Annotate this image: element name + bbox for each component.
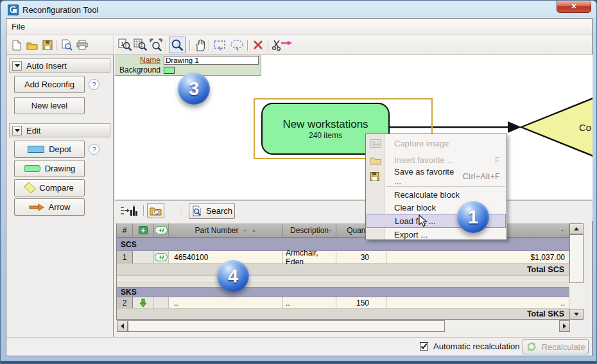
print-preview-icon[interactable]	[60, 38, 74, 52]
scroll-down-button[interactable]	[569, 309, 584, 320]
total-row-sks: Total SKS	[117, 309, 569, 320]
collapse-icon[interactable]	[12, 61, 22, 71]
cell-part-number[interactable]: ..	[169, 297, 283, 309]
section-title: Edit	[26, 126, 40, 135]
total-label: Total SCS	[117, 264, 569, 275]
background-color-swatch[interactable]	[164, 67, 175, 74]
table-vscrollbar[interactable]	[569, 223, 584, 320]
cell-quantity[interactable]: 150	[336, 297, 386, 309]
filter-dash[interactable]: -	[329, 226, 332, 235]
cut-move-icon[interactable]	[272, 38, 293, 52]
save-favorite-icon	[370, 171, 379, 181]
auto-recalc-label[interactable]: Automatic recalculation	[433, 342, 519, 351]
vscroll-thumb[interactable]	[569, 234, 584, 283]
cell-description[interactable]: ..	[283, 297, 336, 309]
search-icon	[191, 205, 202, 217]
row-add-cell[interactable]	[133, 297, 154, 309]
save-icon[interactable]	[40, 38, 55, 52]
table-row[interactable]: 1 +i 46540100 Armchair, Eden 30 $1,037.0…	[117, 251, 569, 264]
section-auto-insert[interactable]: Auto Insert	[9, 58, 110, 73]
menu-item-capture-image[interactable]: Capture image	[366, 134, 506, 152]
close-icon: ✕	[571, 2, 577, 11]
group-row-sks[interactable]: SKS	[117, 287, 569, 297]
help-icon[interactable]: ?	[89, 144, 100, 155]
menu-item-export[interactable]: Export ...	[366, 228, 506, 241]
recalculate-button[interactable]: Recalculate	[523, 339, 589, 354]
cell-description[interactable]: Armchair, Eden	[283, 251, 336, 264]
mouse-cursor	[419, 214, 428, 227]
drawing-button[interactable]: Drawing	[14, 160, 85, 177]
check-icon	[420, 343, 428, 350]
pan-hand-icon[interactable]	[193, 38, 207, 52]
zoom-extents-icon[interactable]	[149, 38, 163, 52]
header-part-number[interactable]: Part Number - ▲	[169, 223, 283, 238]
name-input[interactable]	[164, 56, 259, 65]
select-rect-icon[interactable]	[212, 38, 227, 52]
auto-recalc-checkbox[interactable]	[420, 342, 428, 351]
table-row[interactable]: 2 .. .. 150 ..	[117, 297, 569, 309]
new-level-button[interactable]: New level	[14, 97, 85, 114]
scroll-up-button[interactable]	[569, 223, 584, 234]
header-add[interactable]: +	[133, 223, 154, 238]
insert-favorite-icon	[370, 156, 381, 165]
empty-row	[117, 275, 569, 281]
button-label: Arrow	[49, 202, 71, 212]
name-label[interactable]: Name	[115, 56, 164, 65]
menu-item-insert-favorite[interactable]: Insert favorite ... F	[366, 152, 506, 168]
recalculate-icon	[526, 342, 537, 352]
toolbar-separator	[182, 205, 182, 216]
row-num[interactable]: 1	[117, 251, 133, 264]
print-icon[interactable]	[75, 38, 89, 52]
new-document-icon[interactable]	[10, 38, 24, 52]
splitter[interactable]	[114, 35, 114, 337]
header-description[interactable]: Description -	[283, 223, 336, 238]
row-info-cell[interactable]	[154, 297, 169, 309]
cell-price[interactable]: ..	[386, 297, 569, 309]
capture-image-icon	[370, 139, 381, 148]
table-hscrollbar[interactable]	[117, 320, 570, 332]
add-reconfig-button[interactable]: Add Reconfig	[14, 76, 85, 93]
shortcut: Ctrl+Alt+F	[462, 171, 500, 181]
delete-icon[interactable]	[251, 38, 265, 52]
filter-dash[interactable]: -	[561, 226, 564, 235]
section-edit[interactable]: Edit	[9, 123, 110, 137]
zoom-fit-icon[interactable]	[134, 38, 148, 52]
search-button[interactable]: Search	[189, 203, 235, 219]
add-info-icon[interactable]: +i	[155, 253, 168, 261]
cell-quantity[interactable]: 30	[336, 251, 386, 264]
search-label: Search	[206, 206, 232, 216]
row-add-cell[interactable]	[133, 251, 154, 264]
add-row-icon[interactable]: +	[139, 226, 148, 234]
window-bottom-edge	[1, 361, 597, 364]
menu-file[interactable]: File	[6, 19, 30, 35]
add-info-icon[interactable]: +i	[155, 226, 168, 234]
header-info[interactable]: +i	[154, 223, 169, 238]
filter-dash[interactable]: -	[244, 226, 247, 235]
select-lasso-icon[interactable]	[229, 38, 243, 52]
depot-button[interactable]: Depot	[14, 141, 85, 158]
cell-price[interactable]: $1,037.00	[386, 251, 569, 264]
header-num[interactable]: #	[117, 223, 133, 238]
help-icon[interactable]: ?	[89, 79, 100, 90]
row-info-cell[interactable]: +i	[154, 251, 169, 264]
open-folder-icon[interactable]	[25, 38, 39, 52]
arrow-button[interactable]: Arrow	[14, 198, 85, 216]
total-label: Total SKS	[117, 309, 569, 320]
collapse-icon[interactable]	[12, 126, 22, 135]
scroll-right-button[interactable]	[559, 320, 570, 332]
zoom-100-icon[interactable]: 1	[118, 38, 132, 52]
row-num[interactable]: 2	[117, 297, 133, 309]
compare-button[interactable]: Compare	[14, 179, 85, 196]
menu-item-recalculate-block[interactable]: Recalculate block	[366, 188, 506, 201]
image-folder-button[interactable]	[147, 203, 164, 218]
zoom-region-icon[interactable]	[169, 37, 186, 53]
scroll-left-button[interactable]	[117, 320, 128, 332]
close-button[interactable]: ✕	[557, 1, 591, 13]
background-label: Background	[115, 65, 164, 74]
depot-shape-icon	[28, 146, 44, 153]
chart-report-icon[interactable]	[120, 205, 139, 220]
menu-item-save-favorite[interactable]: Save as favorite ... Ctrl+Alt+F	[366, 168, 506, 184]
section-title: Auto Insert	[26, 61, 67, 71]
hscroll-thumb[interactable]	[128, 320, 445, 332]
properties-panel: Name Background	[115, 55, 261, 76]
